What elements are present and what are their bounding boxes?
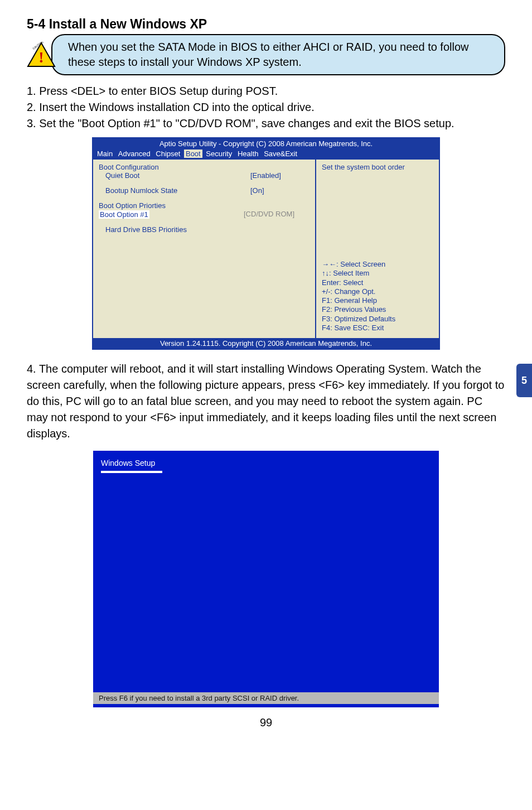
bios-subheading: Boot Configuration xyxy=(99,163,309,171)
bios-help-keys: →←: Select Screen ↑↓: Select Item Enter:… xyxy=(322,260,395,332)
bios-selected-option-value: [CD/DVD ROM] xyxy=(244,210,294,219)
bios-menu-item: Main xyxy=(95,150,114,158)
bios-help-line: F3: Optimized Defaults xyxy=(322,315,395,324)
bios-menu-item-selected: Boot xyxy=(184,150,202,158)
bios-help-top: Set the system boot order xyxy=(322,163,433,171)
bios-menu-item: Advanced xyxy=(117,150,152,158)
bios-help-line: +/-: Change Opt. xyxy=(322,287,395,296)
windows-setup-title: Windows Setup xyxy=(101,459,155,467)
bios-header: Aptio Setup Utility - Copyright (C) 2008… xyxy=(93,138,439,149)
bios-option-value: [On] xyxy=(250,186,264,195)
bios-help-line: ↑↓: Select Item xyxy=(322,269,395,278)
bios-help-line: F1: General Help xyxy=(322,296,395,305)
bios-menu-item: Security xyxy=(204,150,234,158)
bios-option-label: Hard Drive BBS Priorities xyxy=(99,225,250,234)
caution-icon: ! CAUTION xyxy=(27,42,56,68)
bios-help-line: Enter: Select xyxy=(322,278,395,287)
bios-screenshot: Aptio Setup Utility - Copyright (C) 2008… xyxy=(92,137,440,350)
bios-menu-item: Health xyxy=(236,150,260,158)
bios-menu: Main Advanced Chipset Boot Security Heal… xyxy=(93,149,439,160)
bios-help-line: F4: Save ESC: Exit xyxy=(322,324,395,332)
bios-selected-option-label: Boot Option #1 xyxy=(99,210,149,219)
step-item: 2. Insert the Windows installation CD in… xyxy=(27,99,505,115)
windows-setup-screenshot: Windows Setup Press F6 if you need to in… xyxy=(93,451,439,707)
bios-help-line: F2: Previous Values xyxy=(322,305,395,314)
bios-left-pane: Boot Configuration Quiet Boot [Enabled] … xyxy=(93,160,316,338)
page-number: 99 xyxy=(27,716,505,729)
bios-footer: Version 1.24.1115. Copyright (C) 2008 Am… xyxy=(93,338,439,349)
bios-right-pane: Set the system boot order →←: Select Scr… xyxy=(316,160,439,338)
chapter-tab: 5 xyxy=(516,364,532,397)
caution-callout: ! CAUTION When you set the SATA Mode in … xyxy=(27,34,505,75)
svg-text:!: ! xyxy=(38,49,43,66)
windows-setup-status: Press F6 if you need to install a 3rd pa… xyxy=(93,692,439,704)
body-paragraph: 4. The computer will reboot, and it will… xyxy=(27,361,505,442)
bios-help-line: →←: Select Screen xyxy=(322,260,395,269)
bios-menu-item: Save&Exit xyxy=(262,150,299,158)
steps-list: 1. Press <DEL> to enter BIOS Setup durin… xyxy=(27,83,505,132)
windows-setup-rule xyxy=(101,471,162,473)
step-item: 3. Set the "Boot Option #1" to "CD/DVD R… xyxy=(27,115,505,132)
bios-option-label: Quiet Boot xyxy=(99,171,250,180)
caution-text: When you set the SATA Mode in BIOS to ei… xyxy=(51,34,505,75)
bios-option-label: Bootup Numlock State xyxy=(99,186,250,195)
bios-menu-item: Chipset xyxy=(154,150,182,158)
step-item: 1. Press <DEL> to enter BIOS Setup durin… xyxy=(27,83,505,99)
bios-subheading: Boot Option Priorties xyxy=(99,201,309,210)
section-heading: 5-4 Install a New Windows XP xyxy=(27,17,505,32)
bios-option-value: [Enabled] xyxy=(250,171,281,180)
